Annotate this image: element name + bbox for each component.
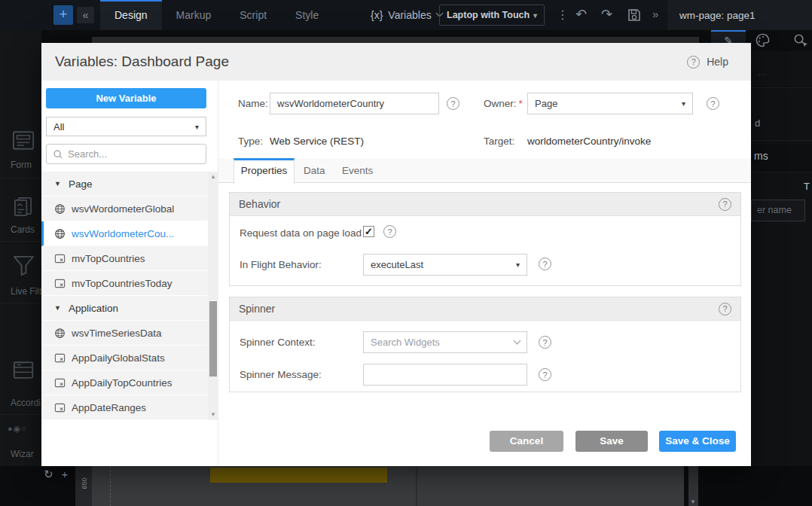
tab-design[interactable]: Design — [100, 0, 162, 30]
variable-AppDailyTopCountries[interactable]: AppDailyTopCountries — [41, 370, 218, 395]
cancel-button[interactable]: Cancel — [490, 431, 563, 452]
tab-events[interactable]: Events — [342, 158, 373, 183]
inspect-widget-icon[interactable] — [792, 32, 808, 51]
model-variable-icon — [54, 377, 66, 389]
tab-data[interactable]: Data — [304, 158, 325, 183]
request-data-help-icon[interactable]: ? — [383, 225, 396, 238]
request-data-checkbox[interactable]: ✓ — [363, 226, 374, 237]
live-filter-widget-icon[interactable] — [12, 255, 35, 279]
wizard-widget-icon[interactable]: ●◉○ — [8, 424, 27, 434]
tab-properties[interactable]: Properties — [234, 158, 295, 184]
palette-item-wizard[interactable]: Wizar — [11, 449, 34, 459]
model-variable-icon — [54, 352, 66, 364]
theme-palette-icon[interactable] — [755, 32, 771, 51]
caret-down-icon: ▾ — [516, 261, 520, 269]
scroll-up-icon: ▲ — [210, 173, 216, 180]
panel-partial-text-3: T — [804, 181, 810, 192]
name-label: Name:* — [238, 98, 274, 109]
panel-partial-text-1: d — [755, 117, 760, 129]
tab-style[interactable]: Style — [281, 0, 333, 30]
caret-down-icon: ▾ — [195, 123, 199, 131]
canvas-scrollbar[interactable]: ▼ — [688, 466, 698, 506]
panel-name-input-partial[interactable]: er name — [751, 200, 805, 221]
save-button[interactable]: Save — [575, 431, 648, 452]
device-select[interactable]: Laptop with Touch ▾ — [439, 5, 545, 26]
help-question-icon: ? — [687, 56, 700, 69]
spinner-message-label: Spinner Message: — [240, 369, 322, 380]
variable-wsvTimeSeriesData[interactable]: wsvTimeSeriesData — [41, 321, 218, 346]
owner-help-icon[interactable]: ? — [707, 97, 719, 110]
expand-right-icon[interactable]: » — [652, 8, 658, 20]
variable-name-input[interactable] — [270, 93, 439, 114]
behavior-help-icon[interactable]: ? — [719, 198, 731, 211]
caret-down-icon: ▾ — [533, 11, 537, 20]
cards-widget-icon[interactable] — [12, 196, 34, 221]
target-label: Target: — [484, 136, 514, 147]
ruler-label: 650 — [81, 477, 88, 489]
panel-partial-text-2: ms — [754, 150, 768, 162]
web-service-icon — [54, 203, 66, 215]
scroll-down-icon: ▼ — [690, 498, 696, 505]
tab-markup[interactable]: Markup — [162, 0, 226, 30]
search-input[interactable] — [68, 148, 200, 160]
spinner-message-help-icon[interactable]: ? — [539, 368, 551, 381]
save-and-close-button[interactable]: Save & Close — [659, 431, 736, 452]
tab-script[interactable]: Script — [225, 0, 281, 30]
variable-AppDailyGlobalStats[interactable]: AppDailyGlobalStats — [41, 346, 218, 370]
design-canvas-bottom: ↻ + 650 ▼ — [0, 466, 812, 506]
variable-mvTopCountries[interactable]: mvTopCountries — [41, 246, 218, 271]
inflight-help-icon[interactable]: ? — [539, 258, 551, 270]
new-variable-button[interactable]: New Variable — [46, 88, 206, 108]
variables-icon: {x} — [371, 9, 383, 21]
detail-tabbar: Properties Data Events — [218, 158, 751, 183]
more-options-icon[interactable]: ⋮ — [557, 8, 569, 22]
accordion-widget-icon[interactable] — [12, 360, 35, 383]
dialog-title: Variables: Dashboard Page — [55, 53, 229, 70]
name-help-icon[interactable]: ? — [447, 97, 459, 110]
mode-tabs: Design Markup Script Style — [100, 0, 333, 30]
variable-AppDateRanges[interactable]: AppDateRanges — [41, 395, 218, 420]
web-service-icon — [54, 228, 66, 239]
model-variable-icon — [54, 278, 66, 289]
add-button[interactable]: + — [53, 5, 73, 25]
owner-select[interactable]: Page ▾ — [527, 93, 693, 114]
undo-icon[interactable]: ↶ — [575, 6, 587, 23]
variables-dialog: Variables: Dashboard Page ? Help New Var… — [41, 43, 751, 466]
search-icon — [53, 149, 63, 160]
variable-mvTopCountriesToday[interactable]: mvTopCountriesToday — [41, 271, 218, 296]
variable-wsvWorldometerCountry-selected[interactable]: wsvWorldometerCou... — [41, 221, 218, 246]
variable-search[interactable] — [46, 144, 206, 164]
widget-palette-rail: Form Cards Live Filt Accordi ●◉○ Wizar u… — [0, 30, 41, 506]
palette-item-cards[interactable]: Cards — [11, 224, 35, 235]
panel-ellipsis: … — [757, 66, 767, 78]
form-widget-icon[interactable] — [12, 130, 35, 154]
variable-wsvWordometerGlobal[interactable]: wsvWordometerGlobal — [41, 197, 218, 221]
save-icon[interactable] — [627, 8, 642, 26]
behavior-section: Behavior ? Request data on page load ✓ ?… — [229, 192, 741, 286]
group-page[interactable]: ▼ Page — [41, 172, 218, 197]
properties-panel-partial: … d ms T er name — [751, 51, 812, 506]
plus-icon[interactable]: + — [62, 468, 69, 481]
variable-filter-select[interactable]: All ▾ — [46, 117, 206, 136]
canvas-area: ▼ — [92, 466, 684, 506]
spinner-message-input[interactable] — [363, 364, 527, 386]
inflight-behavior-select[interactable]: executeLast ▾ — [363, 254, 527, 276]
spinner-context-select[interactable]: Search Widgets — [363, 331, 527, 353]
collapse-left-icon[interactable]: « — [77, 7, 94, 23]
web-service-icon — [54, 328, 66, 339]
palette-item-accordion[interactable]: Accordi — [11, 398, 41, 408]
group-arrow-icon: ▼ — [54, 180, 63, 187]
spinner-section: Spinner ? Spinner Context: Search Widget… — [229, 297, 741, 392]
help-button[interactable]: ? Help — [687, 56, 728, 69]
variables-menu[interactable]: {x} Variables — [371, 0, 442, 30]
redo-icon[interactable]: ↷ — [601, 6, 612, 23]
palette-item-form[interactable]: Form — [11, 160, 32, 170]
scrollbar-thumb[interactable] — [209, 301, 217, 376]
refresh-icon[interactable]: ↻ — [44, 468, 53, 481]
spinner-context-help-icon[interactable]: ? — [539, 336, 551, 349]
group-application[interactable]: ▼ Application — [41, 296, 218, 321]
variable-list-scrollbar[interactable]: ▲ ▼ — [208, 172, 218, 420]
model-variable-icon — [54, 402, 66, 413]
spinner-help-icon[interactable]: ? — [719, 303, 731, 315]
palette-item-live-filter[interactable]: Live Filt — [11, 286, 41, 297]
